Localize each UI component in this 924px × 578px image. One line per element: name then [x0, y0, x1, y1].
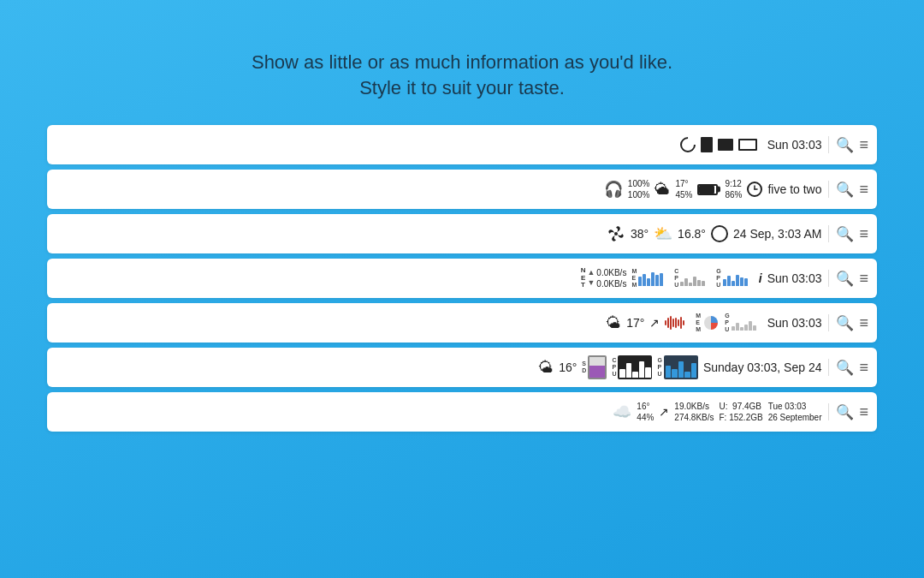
search-button-6[interactable]: 🔍: [836, 359, 854, 377]
cpu-chart: CPU: [674, 268, 711, 288]
menu-button-7[interactable]: ≡: [859, 403, 868, 421]
weather-stack-7: 16° 44%: [637, 401, 654, 423]
net-section: NET ▲ ▼ 0.0KB/s 0.0KB/s: [581, 267, 627, 289]
menu-button-3[interactable]: ≡: [859, 225, 868, 243]
datetime-6: Sunday 03:03, Sep 24: [703, 361, 822, 374]
battery-time: 9:12 86%: [725, 178, 742, 200]
bars-container: Sun 03:03 🔍 ≡ 🎧 100% 100% 🌥 17° 45%: [47, 125, 877, 432]
cloud-icon-7: ☁️: [613, 402, 631, 421]
menu-button-2[interactable]: ≡: [859, 181, 868, 199]
temp-6: 16°: [559, 361, 577, 374]
weather-icon-2: 🌥: [654, 181, 670, 199]
datetime-4: Sun 03:03: [767, 271, 822, 285]
datetime-7: Tue 03:03 26 September: [768, 401, 822, 423]
sun-icon-6: 🌤: [538, 359, 554, 377]
menu-button-6[interactable]: ≡: [859, 359, 868, 377]
tagline-line1: Show as little or as much information as…: [252, 51, 672, 74]
cpu-chart-6: CPU: [612, 355, 652, 379]
search-button-5[interactable]: 🔍: [836, 314, 854, 332]
menubar-4: NET ▲ ▼ 0.0KB/s 0.0KB/s MEM: [47, 259, 877, 298]
menubar-2: 🎧 100% 100% 🌥 17° 45% 9:12 86%: [47, 170, 877, 209]
fan-icon: [607, 224, 625, 243]
volume-levels: 100% 100%: [628, 178, 650, 200]
time-words: five to two: [767, 182, 821, 196]
search-button-7[interactable]: 🔍: [836, 403, 854, 421]
menu-button[interactable]: ≡: [859, 136, 868, 154]
storage-info: U: 97.4GB F: 152.2GB: [720, 401, 763, 423]
svg-point-2: [614, 232, 618, 235]
tagline-line2: Style it to suit your taste.: [252, 77, 672, 99]
info-icon: i: [759, 271, 762, 285]
moon-icon: [711, 225, 728, 242]
net-arrow-5: ↗: [649, 316, 660, 330]
temp-5: 17°: [626, 316, 644, 330]
gpu-chart-6: GPU: [657, 355, 697, 379]
clock-icon: [747, 182, 762, 197]
search-button[interactable]: 🔍: [836, 136, 854, 154]
cloud-icon-3: ⛅: [654, 224, 672, 243]
icon-medium-rect: [718, 139, 733, 151]
weather-temp: 17° 45%: [675, 178, 692, 200]
headphones-icon: 🎧: [604, 180, 623, 199]
search-button-3[interactable]: 🔍: [836, 225, 854, 243]
waveform-5: [665, 316, 690, 330]
sun-cloud-icon: 🌤: [606, 314, 621, 332]
search-button-4[interactable]: 🔍: [836, 270, 854, 288]
menubar-3: 38° ⛅ 16.8° 24 Sep, 3:03 AM 🔍 ≡: [47, 214, 877, 253]
temp-3: 16.8°: [678, 227, 706, 241]
menubar-5: 🌤 17° ↗ MEM: [47, 303, 877, 343]
menu-button-4[interactable]: ≡: [859, 270, 868, 288]
menu-button-5[interactable]: ≡: [859, 314, 868, 332]
battery-display: [697, 184, 720, 195]
search-button-2[interactable]: 🔍: [836, 181, 854, 199]
sd-chart: SD: [582, 355, 607, 379]
datetime-5: Sun 03:03: [767, 316, 822, 330]
fan-temp: 38°: [631, 227, 649, 241]
menubar-7: ☁️ 16° 44% ↗ 19.0KB/s 274.8KB/s U: 97.4G…: [47, 392, 877, 432]
tagline: Show as little or as much information as…: [252, 51, 672, 99]
net-arrow-7: ↗: [659, 405, 669, 419]
menubar-6: 🌤 16° SD CPU GPU: [47, 348, 877, 387]
icon-half-circle: [680, 137, 696, 152]
mem-chart: MEM: [631, 268, 669, 288]
mem-pie: MEM: [696, 313, 720, 332]
icon-outline-rect: [738, 139, 757, 151]
gpu-bar-5: GPU: [725, 313, 761, 332]
net-speeds: 19.0KB/s 274.8KB/s: [674, 401, 714, 423]
menubar-1: Sun 03:03 🔍 ≡: [47, 125, 877, 164]
datetime-display: Sun 03:03: [767, 138, 822, 152]
icon-solid-rect: [701, 137, 713, 152]
gpu-chart: GPU: [716, 268, 753, 288]
date-3: 24 Sep, 3:03 AM: [733, 227, 822, 241]
